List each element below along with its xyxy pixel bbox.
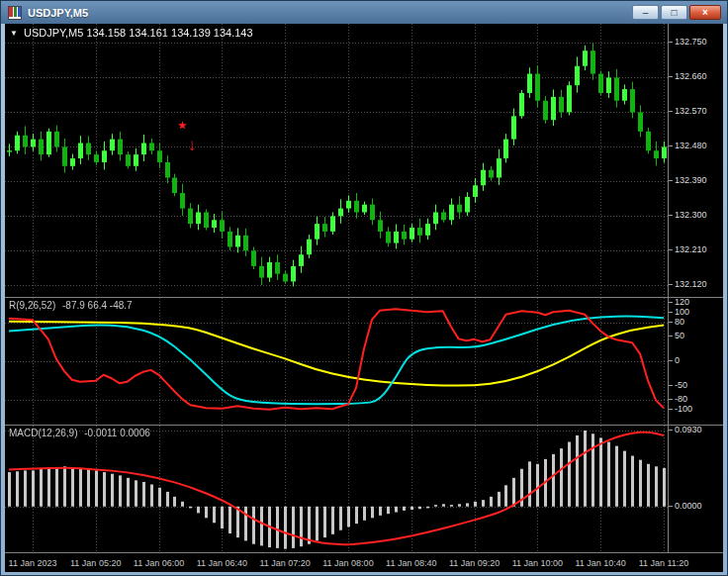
ohlc-values: 134.158 134.161 134.139 134.143 bbox=[86, 27, 252, 39]
axis-tick-label: 132.480 bbox=[675, 141, 707, 150]
close-button[interactable]: × bbox=[689, 5, 721, 20]
axis-tick-label: 80 bbox=[675, 317, 684, 327]
axis-tick-label: 50 bbox=[675, 331, 684, 340]
titlebar[interactable]: USDJPY,M5 – □ × bbox=[1, 1, 727, 24]
time-label: 11 Jan 09:20 bbox=[449, 558, 500, 568]
axis-tick-label: -50 bbox=[675, 380, 687, 390]
time-label: 11 Jan 06:00 bbox=[134, 558, 184, 568]
time-label: 11 Jan 07:20 bbox=[259, 558, 310, 568]
minimize-button[interactable]: – bbox=[632, 5, 659, 20]
axis-tick-label: 120 bbox=[675, 297, 689, 307]
macd-panel: MACD(12,26,9) -0.0011 0.0006 0.09300.000… bbox=[5, 425, 723, 552]
time-axis[interactable]: 11 Jan 202311 Jan 05:2011 Jan 06:0011 Ja… bbox=[5, 552, 723, 572]
quote-info-line: ▼ USDJPY,M5 134.158 134.161 134.139 134.… bbox=[10, 27, 253, 39]
axis-tick-label: 0 bbox=[675, 355, 680, 365]
macd-label: MACD(12,26,9) -0.0011 0.0006 bbox=[9, 428, 150, 438]
restore-button[interactable]: □ bbox=[661, 5, 687, 20]
oscillator-panel: R(9,26,52) -87.9 66.4 -48.7 12010080500-… bbox=[5, 297, 723, 425]
axis-tick-label: 132.390 bbox=[675, 175, 707, 185]
axis-tick-label: 132.660 bbox=[675, 71, 707, 81]
oscillator-label: R(9,26,52) -87.9 66.4 -48.7 bbox=[9, 300, 133, 311]
macd-axis[interactable]: 0.09300.0000 bbox=[668, 426, 723, 552]
window-controls: – □ × bbox=[632, 5, 721, 20]
time-label: 11 Jan 05:20 bbox=[70, 558, 121, 568]
oscillator-canvas[interactable] bbox=[5, 298, 668, 425]
chart-area: ▼ USDJPY,M5 134.158 134.161 134.139 134.… bbox=[5, 24, 723, 572]
axis-tick-label: -100 bbox=[675, 404, 692, 414]
window-title: USDJPY,M5 bbox=[28, 7, 88, 19]
time-label: 11 Jan 10:00 bbox=[512, 558, 563, 568]
axis-tick-label: 0.0930 bbox=[675, 425, 702, 434]
price-plot: ▼ USDJPY,M5 134.158 134.161 134.139 134.… bbox=[5, 24, 668, 297]
time-label: 11 Jan 2023 bbox=[9, 558, 57, 568]
symbol-label: USDJPY,M5 bbox=[24, 27, 83, 39]
candlestick-canvas[interactable] bbox=[5, 24, 668, 297]
time-label: 11 Jan 06:40 bbox=[197, 558, 247, 568]
oscillator-name: R(9,26,52) bbox=[9, 300, 55, 311]
time-label: 11 Jan 08:00 bbox=[322, 558, 373, 568]
macd-values: -0.0011 0.0006 bbox=[84, 428, 150, 438]
axis-tick-label: 100 bbox=[675, 307, 689, 317]
axis-tick-label: 0.0000 bbox=[675, 501, 702, 511]
price-panel: ▼ USDJPY,M5 134.158 134.161 134.139 134.… bbox=[5, 24, 723, 297]
chart-window: USDJPY,M5 – □ × ▼ USDJPY,M5 134.158 134.… bbox=[0, 0, 728, 576]
axis-tick-label: 132.210 bbox=[675, 244, 707, 254]
axis-tick-label: 132.750 bbox=[675, 37, 707, 47]
axis-tick-label: 132.300 bbox=[675, 210, 707, 220]
chart-dropdown-icon[interactable]: ▼ bbox=[10, 29, 18, 38]
axis-tick-label: 132.120 bbox=[675, 279, 707, 289]
time-label: 11 Jan 10:40 bbox=[575, 558, 625, 568]
oscillator-values: -87.9 66.4 -48.7 bbox=[62, 300, 133, 311]
time-label: 11 Jan 11:20 bbox=[639, 558, 689, 568]
axis-tick-label: 132.570 bbox=[675, 106, 707, 116]
axis-tick-label: -80 bbox=[675, 394, 687, 404]
chart-icon bbox=[8, 6, 22, 20]
macd-name: MACD(12,26,9) bbox=[9, 428, 77, 438]
price-axis[interactable]: 132.750132.660132.570132.480132.390132.3… bbox=[668, 24, 723, 297]
macd-canvas[interactable] bbox=[5, 426, 668, 552]
time-label: 11 Jan 08:40 bbox=[386, 558, 436, 568]
oscillator-axis[interactable]: 12010080500-50-80-100 bbox=[668, 298, 723, 425]
oscillator-plot: R(9,26,52) -87.9 66.4 -48.7 bbox=[5, 298, 668, 425]
macd-plot: MACD(12,26,9) -0.0011 0.0006 bbox=[5, 426, 668, 552]
